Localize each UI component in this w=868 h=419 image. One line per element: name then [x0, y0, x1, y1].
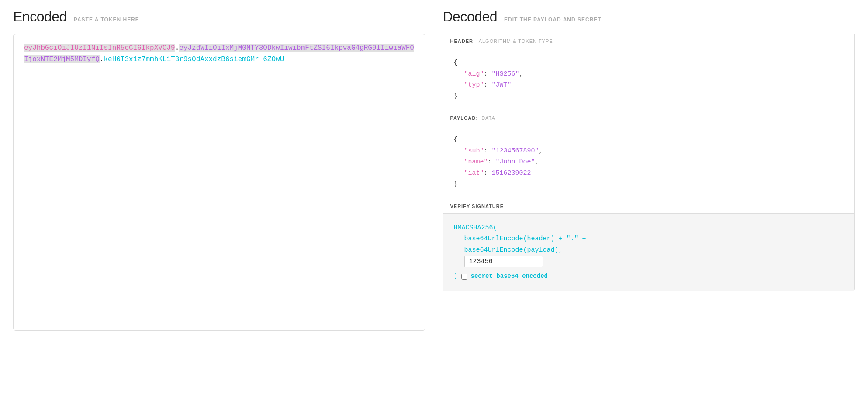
- verify-func-line: HMACSHA256(: [454, 222, 844, 234]
- decoded-panel: Decoded EDIT THE PAYLOAD AND SECRET HEAD…: [443, 9, 855, 410]
- header-content[interactable]: { "alg": "HS256", "typ": "JWT" }: [443, 48, 855, 111]
- header-sublabel: ALGORITHM & TOKEN TYPE: [479, 38, 553, 44]
- payload-section: PAYLOAD: DATA { "sub": "1234567890", "na…: [443, 111, 855, 199]
- payload-sublabel: DATA: [481, 115, 495, 121]
- verify-label: VERIFY SIGNATURE: [450, 204, 504, 209]
- encoded-panel: Encoded PASTE A TOKEN HERE eyJhbGciOiJIU…: [13, 9, 425, 410]
- main-layout: Encoded PASTE A TOKEN HERE eyJhbGciOiJIU…: [0, 0, 868, 419]
- payload-label-bar: PAYLOAD: DATA: [443, 111, 855, 125]
- decoded-header: Decoded EDIT THE PAYLOAD AND SECRET: [443, 9, 855, 25]
- header-alg-line: "alg": "HS256",: [454, 69, 844, 80]
- encoded-header: Encoded PASTE A TOKEN HERE: [13, 9, 425, 25]
- payload-iat-line: "iat": 1516239022: [454, 168, 844, 179]
- verify-close-paren: ): [454, 271, 458, 282]
- verify-section: VERIFY SIGNATURE HMACSHA256( base64UrlEn…: [443, 199, 855, 291]
- verify-content: HMACSHA256( base64UrlEncode(header) + ".…: [443, 214, 855, 291]
- token-part-1: eyJhbGciOiJIUzI1NiIsInR5cCI6IkpXVCJ9: [24, 44, 175, 52]
- verify-line2: base64UrlEncode(payload),: [454, 245, 844, 256]
- decoded-title: Decoded: [443, 9, 498, 25]
- header-close-brace: }: [454, 91, 844, 102]
- verify-line1: base64UrlEncode(header) + "." +: [454, 233, 844, 245]
- header-typ-line: "typ": "JWT": [454, 80, 844, 91]
- encoded-subtitle: PASTE A TOKEN HERE: [74, 17, 139, 23]
- verify-checkbox-label: secret base64 encoded: [471, 271, 548, 282]
- token-dot-1: .: [175, 44, 180, 52]
- decoded-subtitle: EDIT THE PAYLOAD AND SECRET: [504, 17, 602, 23]
- verify-label-bar: VERIFY SIGNATURE: [443, 199, 855, 214]
- payload-open-brace: {: [454, 134, 844, 145]
- verify-secret-line: [454, 256, 844, 267]
- encoded-title: Encoded: [13, 9, 67, 25]
- verify-close-line: ) secret base64 encoded: [454, 271, 844, 282]
- token-dot-2: .: [100, 55, 104, 63]
- header-open-brace: {: [454, 57, 844, 69]
- header-label-bar: HEADER: ALGORITHM & TOKEN TYPE: [443, 34, 855, 48]
- base64-encoded-checkbox[interactable]: [461, 274, 467, 280]
- payload-name-line: "name": "John Doe",: [454, 156, 844, 168]
- payload-label: PAYLOAD:: [450, 115, 478, 121]
- payload-content[interactable]: { "sub": "1234567890", "name": "John Doe…: [443, 125, 855, 199]
- verify-secret-input[interactable]: [464, 256, 543, 267]
- encoded-token-box[interactable]: eyJhbGciOiJIUzI1NiIsInR5cCI6IkpXVCJ9.eyJ…: [13, 34, 425, 331]
- header-label: HEADER:: [450, 38, 475, 44]
- payload-close-brace: }: [454, 179, 844, 190]
- header-section: HEADER: ALGORITHM & TOKEN TYPE { "alg": …: [443, 34, 855, 111]
- token-part-3: keH6T3x1z7mmhKL1T3r9sQdAxxdzB6siemGMr_6Z…: [104, 55, 284, 63]
- payload-sub-line: "sub": "1234567890",: [454, 145, 844, 157]
